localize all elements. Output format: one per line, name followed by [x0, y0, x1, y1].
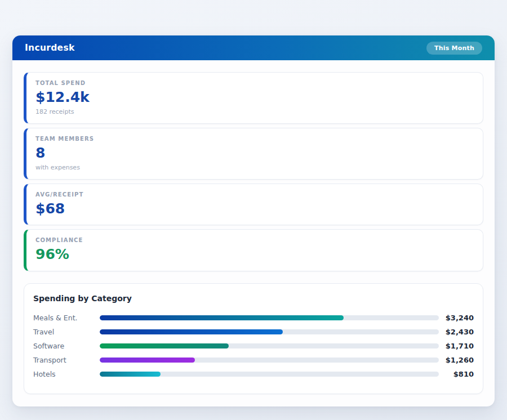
category-label: Hotels [33, 370, 100, 378]
category-value: $810 [444, 370, 474, 378]
chart-row: Travel$2,430 [33, 325, 474, 339]
bar-track [100, 343, 439, 348]
page-background: Incurdesk This Month TOTAL SPEND $12.4k … [0, 35, 507, 406]
bar-track [100, 372, 439, 377]
bar-fill [100, 315, 344, 320]
stat-label: TOTAL SPEND [35, 80, 474, 86]
category-value: $1,260 [444, 356, 474, 364]
stat-value: 8 [35, 145, 474, 162]
stat-value: $12.4k [35, 90, 474, 106]
stat-label: AVG/RECEIPT [35, 191, 474, 198]
bar-fill [100, 343, 229, 348]
stat-card-team-members: TEAM MEMBERS 8 with expenses [24, 128, 483, 180]
chart-row: Meals & Ent.$3,240 [33, 311, 474, 325]
app-header: Incurdesk This Month [12, 35, 495, 60]
category-value: $2,430 [444, 328, 474, 336]
bar-track [100, 315, 439, 320]
bar-fill [100, 329, 283, 334]
category-label: Transport [33, 356, 100, 364]
stat-card-compliance: COMPLIANCE 96% [24, 229, 483, 271]
stat-value: 96% [35, 247, 474, 263]
app-title: Incurdesk [25, 43, 75, 53]
category-label: Software [33, 342, 100, 350]
stat-label: COMPLIANCE [35, 237, 474, 243]
stat-value: $68 [35, 201, 474, 217]
category-value: $3,240 [444, 314, 474, 322]
stat-label: TEAM MEMBERS [35, 136, 474, 142]
stat-subtitle: 182 receipts [35, 108, 474, 115]
stat-card-total-spend: TOTAL SPEND $12.4k 182 receipts [24, 72, 483, 124]
bar-track [100, 329, 439, 334]
stat-subtitle: with expenses [35, 164, 474, 171]
category-bar-chart: Meals & Ent.$3,240Travel$2,430Software$1… [33, 311, 474, 381]
period-badge[interactable]: This Month [426, 42, 482, 55]
category-label: Meals & Ent. [33, 314, 100, 322]
expense-dashboard-card: Incurdesk This Month TOTAL SPEND $12.4k … [12, 35, 495, 406]
chart-row: Hotels$810 [33, 367, 474, 381]
chart-row: Transport$1,260 [33, 353, 474, 367]
chart-row: Software$1,710 [33, 339, 474, 353]
category-value: $1,710 [444, 342, 474, 350]
bar-fill [100, 372, 161, 377]
spending-by-category-card: Spending by Category Meals & Ent.$3,240T… [24, 283, 483, 394]
category-label: Travel [33, 328, 100, 336]
dashboard-content: TOTAL SPEND $12.4k 182 receipts TEAM MEM… [12, 60, 495, 406]
chart-title: Spending by Category [33, 294, 474, 303]
bar-track [100, 358, 439, 363]
stat-card-avg-receipt: AVG/RECEIPT $68 [24, 184, 483, 226]
bar-fill [100, 358, 195, 363]
